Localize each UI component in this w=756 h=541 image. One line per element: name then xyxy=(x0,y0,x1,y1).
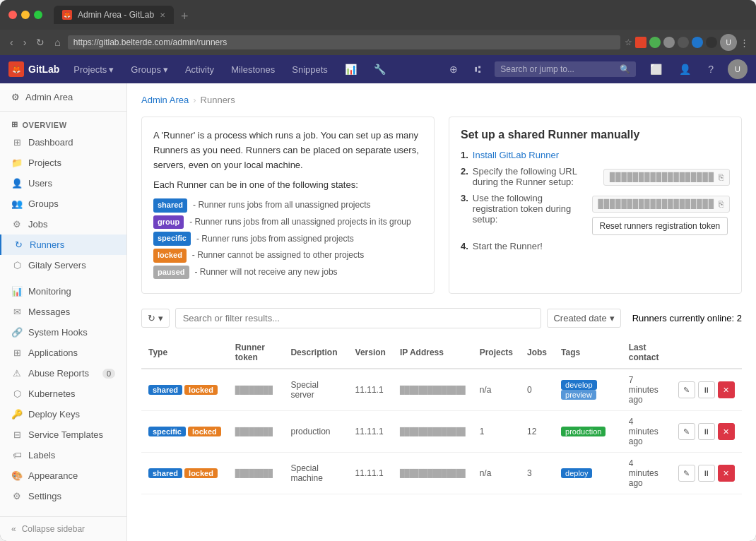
delete-runner-button[interactable]: ✕ xyxy=(718,465,735,482)
col-ip: IP Address xyxy=(393,337,473,369)
runners-header: ↻ ▾ Created date ▾ Runners currently onl… xyxy=(141,308,742,328)
runner-version-cell: 11.11.1 xyxy=(348,369,393,411)
tab-close-icon[interactable]: ✕ xyxy=(160,11,165,19)
sidebar-item-applications[interactable]: ⊞ Applications xyxy=(0,343,126,363)
minimize-button[interactable] xyxy=(21,11,30,19)
sidebar-item-label: Deploy Keys xyxy=(28,409,80,420)
col-token: Runner token xyxy=(228,337,284,369)
sidebar-item-users[interactable]: 👤 Users xyxy=(0,173,126,194)
pause-runner-button[interactable]: ⏸ xyxy=(698,381,715,398)
reload-button[interactable]: ↻ xyxy=(33,35,47,49)
edit-runner-button[interactable]: ✎ xyxy=(678,423,695,440)
sidebar-item-label: Projects xyxy=(28,157,61,168)
sidebar-item-label: Service Templates xyxy=(28,429,103,440)
home-button[interactable]: ⌂ xyxy=(52,35,63,49)
sidebar-item-projects[interactable]: 📁 Projects xyxy=(0,153,126,173)
collapse-sidebar-button[interactable]: « Collapse sidebar xyxy=(0,516,126,541)
sidebar-item-kubernetes[interactable]: ⬡ Kubernetes xyxy=(0,384,126,404)
runner-actions-cell: ✎ ⏸ ✕ xyxy=(671,411,742,453)
nav-snippets[interactable]: Snippets xyxy=(289,64,331,75)
sidebar-item-label: Monitoring xyxy=(28,286,71,297)
install-link[interactable]: Install GitLab Runner xyxy=(473,150,559,160)
sort-chevron-icon: ▾ xyxy=(610,313,615,323)
refresh-button[interactable]: ↻ ▾ xyxy=(141,309,170,328)
service-templates-icon: ⊟ xyxy=(11,429,23,440)
sidebar-item-label: Messages xyxy=(28,307,70,317)
tab-favicon: 🦊 xyxy=(62,10,72,20)
badge-shared: shared xyxy=(148,468,182,478)
edit-runner-button[interactable]: ✎ xyxy=(678,465,695,482)
gitlab-logo[interactable]: 🦊 GitLab xyxy=(8,61,59,77)
runner-version-cell: 11.11.1 xyxy=(348,411,393,453)
nav-milestones[interactable]: Milestones xyxy=(228,64,278,75)
runners-tbody: sharedlocked████████Special server11.11.… xyxy=(141,369,742,494)
breadcrumb-parent[interactable]: Admin Area xyxy=(141,95,189,105)
runner-tags-cell: developpreview xyxy=(554,369,622,411)
main-content: Admin Area › Runners A 'Runner' is a pro… xyxy=(127,83,756,541)
col-type: Type xyxy=(141,337,228,369)
reset-token-button[interactable]: Reset runners registration token xyxy=(592,217,728,235)
address-bar[interactable]: https://gitlab.belterde.com/admin/runner… xyxy=(68,35,620,49)
ext-icon-5 xyxy=(692,37,703,48)
pause-runner-button[interactable]: ⏸ xyxy=(698,465,715,482)
copy-reg-icon[interactable]: ⎘ xyxy=(719,199,723,209)
tag-preview: preview xyxy=(561,390,596,400)
filter-row: ↻ ▾ Created date ▾ xyxy=(141,308,621,328)
menu-icon[interactable]: ⋮ xyxy=(740,37,749,48)
sidebar-item-runners[interactable]: ↻ Runners xyxy=(0,234,126,255)
sort-select[interactable]: Created date ▾ xyxy=(547,309,620,328)
bookmark-icon[interactable]: ☆ xyxy=(625,37,632,47)
runners-online-count: Runners currently online: 2 xyxy=(632,313,742,323)
locked-badge: locked xyxy=(153,249,187,263)
user-avatar[interactable]: U xyxy=(720,34,737,51)
col-description: Description xyxy=(283,337,348,369)
delete-runner-button[interactable]: ✕ xyxy=(718,423,735,440)
sidebar-item-dashboard[interactable]: ⊞ Dashboard xyxy=(0,132,126,153)
sidebar: ⚙ Admin Area ⊞ Overview ⊞ Dashboard 📁 Pr… xyxy=(0,83,127,541)
nav-help-icon[interactable]: ? xyxy=(705,64,716,75)
sidebar-item-monitoring[interactable]: 📊 Monitoring xyxy=(0,281,126,302)
sidebar-item-groups[interactable]: 👥 Groups xyxy=(0,194,126,214)
edit-runner-button[interactable]: ✎ xyxy=(678,381,695,398)
sidebar-item-settings[interactable]: ⚙ Settings xyxy=(0,486,126,506)
nav-wrench-icon[interactable]: 🔧 xyxy=(371,64,389,75)
nav-projects[interactable]: Projects ▾ xyxy=(71,64,117,75)
sidebar-item-abuse-reports[interactable]: ⚠ Abuse Reports 0 xyxy=(0,363,126,384)
sidebar-item-system-hooks[interactable]: 🔗 System Hooks xyxy=(0,322,126,343)
nav-groups[interactable]: Groups ▾ xyxy=(128,64,171,75)
nav-user-icon[interactable]: 👤 xyxy=(676,64,694,75)
tab-title: Admin Area - GitLab xyxy=(78,10,154,20)
user-menu[interactable]: U xyxy=(728,59,748,79)
delete-runner-button[interactable]: ✕ xyxy=(718,381,735,398)
runner-actions-cell: ✎ ⏸ ✕ xyxy=(671,369,742,411)
sidebar-item-appearance[interactable]: 🎨 Appearance xyxy=(0,465,126,486)
nav-activity[interactable]: Activity xyxy=(182,64,217,75)
active-tab[interactable]: 🦊 Admin Area - GitLab ✕ xyxy=(54,6,174,24)
sidebar-item-jobs[interactable]: ⚙ Jobs xyxy=(0,214,126,234)
back-button[interactable]: ‹ xyxy=(7,35,16,49)
reg-token-value: ████████████████████ xyxy=(598,199,715,209)
nav-terminal-icon[interactable]: ⬜ xyxy=(647,64,665,75)
maximize-button[interactable] xyxy=(34,11,42,19)
new-tab-button[interactable]: + xyxy=(177,9,193,24)
state-locked: locked - Runner cannot be assigned to ot… xyxy=(153,249,423,263)
nav-plus-icon[interactable]: ⊕ xyxy=(447,64,461,75)
breadcrumb-separator: › xyxy=(193,95,196,105)
sidebar-item-gitaly[interactable]: ⬡ Gitaly Servers xyxy=(0,255,126,275)
monitoring-icon: 📊 xyxy=(11,286,23,297)
filter-input[interactable] xyxy=(175,308,542,328)
close-button[interactable] xyxy=(8,11,17,19)
sidebar-item-label: Users xyxy=(28,178,52,189)
nav-chart-icon[interactable]: 📊 xyxy=(342,64,360,75)
search-input[interactable] xyxy=(495,61,636,77)
dashboard-icon: ⊞ xyxy=(11,137,23,148)
forward-button[interactable]: › xyxy=(20,35,30,49)
sidebar-item-service-templates[interactable]: ⊟ Service Templates xyxy=(0,424,126,445)
sidebar-item-deploy-keys[interactable]: 🔑 Deploy Keys xyxy=(0,404,126,424)
copy-url-icon[interactable]: ⎘ xyxy=(719,172,723,182)
nav-merge-icon[interactable]: ⑆ xyxy=(472,64,483,75)
ext-icon-2 xyxy=(649,37,661,48)
sidebar-item-messages[interactable]: ✉ Messages xyxy=(0,302,126,322)
sidebar-item-labels[interactable]: 🏷 Labels xyxy=(0,445,126,465)
pause-runner-button[interactable]: ⏸ xyxy=(698,423,715,440)
